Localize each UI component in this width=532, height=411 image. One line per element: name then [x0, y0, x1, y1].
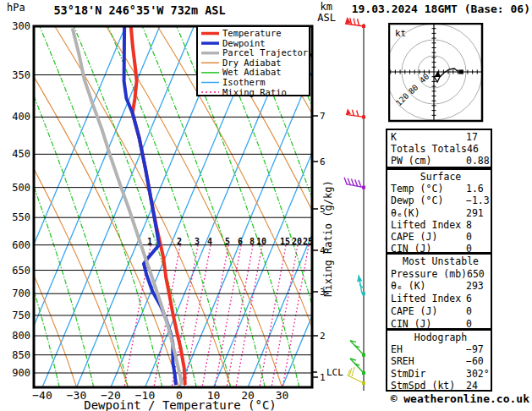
stats-value: −1.3 [466, 195, 491, 206]
stats-row: θₑ(K)291 [391, 207, 491, 219]
hodograph: 4080120 kt [388, 23, 484, 123]
mixing-ratio-value-label: 20 [292, 237, 302, 246]
stats-row: CAPE (J)0 [391, 305, 491, 318]
pressure-tick-label: 300 [12, 20, 30, 32]
stats-label: θₑ(K) [391, 207, 466, 219]
asl-unit-label: ASL [317, 12, 336, 24]
legend-label: Temperature [222, 28, 282, 38]
stats-row: EH−97 [391, 343, 491, 355]
stats-label: Lifted Index [391, 293, 466, 305]
stats-label: Lifted Index [391, 219, 466, 231]
mixing-ratio-line [260, 245, 286, 387]
stats-row: SREH−60 [391, 355, 491, 367]
pressure-tick-label: 800 [12, 330, 30, 342]
stats-value: 0 [466, 231, 491, 243]
stats-value: 291 [466, 207, 491, 219]
stats-row: CIN (J)0 [391, 318, 491, 331]
km-unit-label: km [321, 1, 332, 13]
stats-box-header: Hodograph [391, 332, 491, 343]
mixing-ratio-value-label: 10 [256, 237, 266, 246]
chart-title: 53°18'N 246°35'W 732m ASL [53, 3, 225, 17]
wind-barb-300 [345, 17, 365, 28]
mixing-ratio-value-label: 2 [177, 237, 182, 246]
stats-row: K17 [391, 131, 491, 143]
mixing-ratio-value-label: 4 [207, 237, 212, 246]
pressure-tick-label: 750 [12, 310, 30, 321]
stats-label: CAPE (J) [391, 231, 466, 243]
pressure-tick-label: 400 [12, 111, 30, 123]
mixing-ratio-value-label: 3 [195, 237, 200, 246]
stats-label: K [391, 131, 466, 143]
mixing-ratio-axis-label: Mixing Ratio (g/kg) [322, 180, 334, 296]
stats-value: −97 [466, 343, 491, 355]
stats-label: StmSpd (kt) [391, 380, 466, 392]
pressure-tick-label: 450 [12, 148, 30, 160]
stats-label: Totals Totals [391, 143, 467, 155]
temp-tick-label: −40 [32, 389, 52, 402]
stats-value: 8 [466, 219, 491, 231]
skewt-chart: 123456810152025 TemperatureDewpointParce… [0, 0, 382, 411]
mixing-ratio-value-label: 6 [238, 237, 243, 246]
stats-value: 24 [466, 380, 491, 392]
km-tick-label: 1 [320, 372, 326, 383]
stats-row: CAPE (J)0 [391, 231, 491, 243]
mixing-ratio-line [236, 245, 262, 387]
stats-label: Pressure (mb) [391, 268, 467, 281]
stats-label: EH [391, 343, 466, 355]
stats-box-hodograph: HodographEH−97SREH−60StmDir302°StmSpd (k… [386, 329, 492, 392]
legend-label: Mixing Ratio [222, 87, 287, 97]
stats-value: 650 [467, 268, 491, 281]
stats-label: θₑ (K) [391, 280, 466, 293]
stats-label: PW (cm) [391, 155, 466, 167]
sounding-curves [73, 26, 185, 385]
wind-barb-935 [348, 367, 365, 385]
skewt-sounding-screenshot: 123456810152025 TemperatureDewpointParce… [0, 0, 532, 411]
stats-label: CAPE (J) [391, 305, 466, 318]
wet-adiabat-line [348, 26, 382, 387]
stats-value: 46 [467, 143, 491, 155]
wind-barb-850 [350, 341, 365, 357]
stats-value: 17 [466, 131, 491, 143]
stats-value: 6 [466, 293, 491, 305]
pressure-unit-label: hPa [7, 2, 25, 14]
stats-row: StmSpd (kt)24 [391, 380, 491, 392]
stats-value: 0.88 [466, 155, 491, 167]
stats-row: θₑ (K)293 [391, 280, 491, 293]
lcl-label: LCL [326, 367, 343, 378]
legend-label: Dry Adiabat [222, 58, 282, 68]
legend-label: Isotherm [222, 77, 266, 87]
hodograph-ring-label: 120 [394, 90, 411, 107]
storm-motion-marker [459, 70, 463, 74]
stats-row: Dewp (°C)−1.3 [391, 195, 491, 206]
mixing-ratio-line [184, 245, 211, 387]
hodograph-ring-label: 80 [407, 82, 420, 96]
stats-row: Pressure (mb)650 [391, 268, 491, 281]
mixing-ratio-value-label: 15 [280, 237, 290, 246]
stats-row: PW (cm)0.88 [391, 155, 491, 167]
pressure-tick-label: 500 [12, 182, 30, 194]
stats-value: 0 [466, 318, 491, 331]
stats-box-header: Surface [391, 171, 491, 183]
wind-barb-900 [350, 359, 365, 375]
hodograph-unit-label: kt [395, 28, 406, 39]
legend-label: Wet Adiabat [222, 67, 282, 77]
legend-label: Dewpoint [222, 38, 266, 48]
stats-box-surface: SurfaceTemp (°C)1.6Dewp (°C)−1.3θₑ(K)291… [386, 168, 492, 254]
pressure-gridlines [34, 75, 312, 373]
pressure-tick-label: 600 [12, 239, 30, 251]
stats-row: Totals Totals46 [391, 143, 491, 155]
stats-label: StmDir [391, 368, 466, 380]
dry-adiabat-line [363, 26, 382, 387]
mixing-ratio-line [215, 245, 241, 387]
stats-row: Lifted Index6 [391, 293, 491, 305]
stats-box-header: Most Unstable [391, 255, 491, 268]
km-tick-label: 6 [320, 156, 326, 167]
mixing-ratio-value-label: 5 [225, 237, 230, 246]
km-tick-label: 2 [320, 331, 326, 342]
stats-value: 293 [466, 280, 491, 293]
run-date: 19.03.2024 18GMT (Base: 06) [352, 3, 530, 15]
km-tick-label: 7 [320, 111, 326, 122]
wind-barb-400 [346, 108, 365, 118]
temp-tick-label: 30 [276, 389, 289, 402]
stats-value: 1.6 [466, 183, 491, 195]
